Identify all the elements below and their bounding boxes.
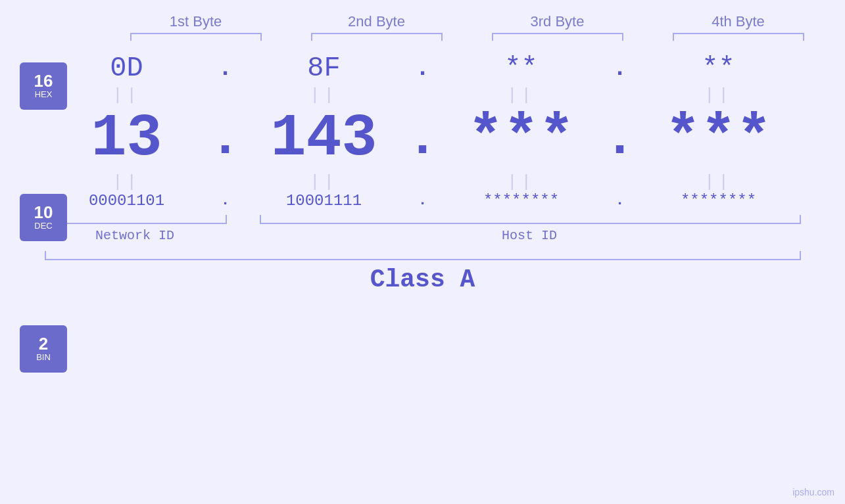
bracket-byte4 [673,33,804,41]
host-bracket [260,215,801,224]
byte1-header: 1st Byte [114,13,278,30]
byte4-header: 4th Byte [656,13,821,30]
dec-byte3: *** [439,105,604,172]
network-bracket [45,215,227,224]
eq2-dot1 [209,172,242,192]
bin-byte3: ******** [439,192,604,210]
network-id-label: Network ID [45,228,226,243]
class-label: Class A [370,265,475,294]
dec-name: DEC [34,221,52,231]
byte-headers: 1st Byte 2nd Byte 3rd Byte 4th Byte [105,13,829,30]
dot-dec-1: . [209,109,242,169]
dec-byte4: *** [637,105,801,172]
eq-dec-bin: || || || || [45,172,801,192]
hex-badge: 16 HEX [20,62,67,110]
bracket-byte3 [492,33,623,41]
eq1-b1: || [45,85,209,105]
eq2-dot2 [406,172,439,192]
dec-badge: 10 DEC [20,194,67,241]
bin-row: 00001101 . 10001111 . ******** . *******… [45,192,801,210]
dot-hex-3: . [604,55,637,82]
byte3-header: 3rd Byte [475,13,640,30]
eq1-dot3 [604,85,637,105]
base-badges: 16 HEX 10 DEC 2 BIN [20,62,67,373]
dec-num: 10 [34,204,53,221]
eq2-dot3 [604,172,637,192]
dot-dec-3: . [604,109,637,169]
bracket-byte1 [130,33,262,41]
bin-badge: 2 BIN [20,325,67,373]
hex-byte1: 0D [45,53,209,84]
watermark: ipshu.com [792,487,834,497]
bracket-byte2 [311,33,443,41]
full-bracket [45,251,801,260]
full-bracket-container [45,251,801,260]
eq1-b4: || [637,85,801,105]
dot-bin-2: . [406,193,439,209]
dot-dec-2: . [406,109,439,169]
bin-byte1: 00001101 [45,192,209,210]
bin-byte4: ******** [637,192,801,210]
eq1-dot1 [209,85,242,105]
dot-hex-2: . [406,55,439,82]
eq-row-2: || || || || [45,172,801,192]
eq2-b4: || [637,172,801,192]
dot-bin-1: . [209,193,242,209]
dot-bin-3: . [604,193,637,209]
hex-byte2: 8F [242,53,406,84]
hex-section: 0D . 8F . ** . ** [45,53,801,84]
eq-row-1: || || || || [45,85,801,105]
bin-num: 2 [39,335,48,352]
eq-hex-dec: || || || || [45,85,801,105]
dec-byte2: 143 [242,105,406,172]
id-labels: Network ID Host ID [45,228,801,243]
hex-byte4: ** [637,53,801,84]
class-section: Class A [370,265,475,294]
dec-byte1: 13 [45,105,209,172]
hex-num: 16 [34,72,53,89]
dec-section: 13 . 143 . *** . *** [45,105,801,172]
bin-name: BIN [36,352,51,363]
eq1-dot2 [406,85,439,105]
eq1-b3: || [439,85,604,105]
eq2-b2: || [242,172,406,192]
eq1-b2: || [242,85,406,105]
byte2-header: 2nd Byte [295,13,459,30]
hex-row: 0D . 8F . ** . ** [45,53,801,84]
eq2-b1: || [45,172,209,192]
hex-name: HEX [35,89,53,100]
dot-hex-1: . [209,55,242,82]
eq2-b3: || [439,172,604,192]
host-id-label: Host ID [258,228,801,243]
dec-row: 13 . 143 . *** . *** [45,105,801,172]
hex-byte3: ** [439,53,604,84]
top-brackets [105,33,829,41]
bin-section: 00001101 . 10001111 . ******** . *******… [45,192,801,210]
main-container: 1st Byte 2nd Byte 3rd Byte 4th Byte 0D .… [0,0,845,504]
bin-byte2: 10001111 [242,192,406,210]
bottom-brackets [45,215,801,224]
